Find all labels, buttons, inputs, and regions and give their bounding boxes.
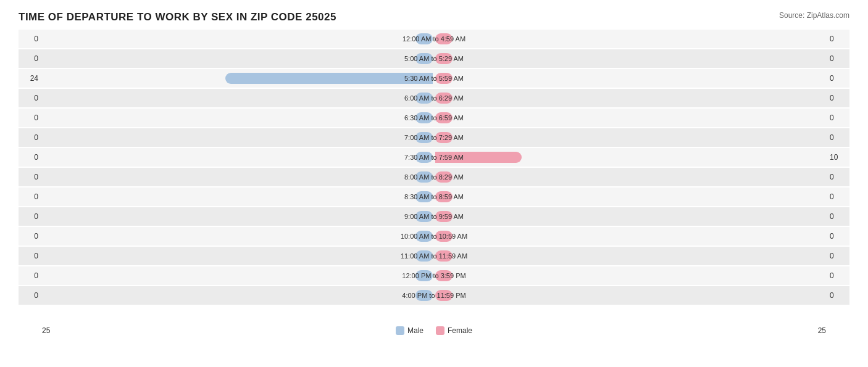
left-value: 0 — [19, 212, 42, 221]
bars-center: 9:00 AM to 9:59 AM — [42, 211, 826, 222]
left-value: 0 — [19, 291, 42, 300]
female-bar-wrap — [434, 290, 826, 301]
left-value: 24 — [19, 74, 42, 83]
chart-row: 0 12:00 PM to 3:59 PM 0 — [19, 266, 849, 285]
chart-row: 0 9:00 AM to 9:59 AM 0 — [19, 207, 849, 226]
bars-center: 12:00 AM to 4:59 AM — [42, 33, 826, 44]
female-bar — [435, 132, 453, 143]
right-value: 0 — [826, 271, 849, 280]
female-bar — [435, 33, 453, 44]
male-label: Male — [407, 326, 424, 335]
left-value: 0 — [19, 54, 42, 63]
male-bar — [415, 171, 433, 183]
left-value: 0 — [19, 271, 42, 280]
chart-container: TIME OF DEPARTURE TO WORK BY SEX IN ZIP … — [0, 0, 868, 367]
female-bar-wrap — [434, 132, 826, 143]
bars-center: 10:00 AM to 10:59 AM — [42, 231, 826, 242]
male-bar-wrap — [42, 152, 434, 163]
female-bar — [435, 290, 453, 301]
bars-center: 4:00 PM to 11:59 PM — [42, 290, 826, 301]
right-value: 0 — [826, 212, 849, 221]
bars-center: 12:00 PM to 3:59 PM — [42, 270, 826, 281]
female-bar-wrap — [434, 191, 826, 202]
right-value: 0 — [826, 133, 849, 142]
male-bar — [415, 290, 433, 301]
female-bar — [435, 171, 453, 183]
female-bar — [435, 53, 453, 64]
female-bar — [435, 270, 453, 281]
female-bar — [435, 231, 453, 242]
male-bar-wrap — [42, 290, 434, 301]
bars-center: 6:30 AM to 6:59 AM — [42, 112, 826, 123]
right-value: 0 — [826, 291, 849, 300]
chart-row: 0 6:30 AM to 6:59 AM 0 — [19, 109, 849, 127]
female-bar-wrap — [434, 211, 826, 222]
right-value: 10 — [826, 153, 849, 162]
chart-row: 0 8:00 AM to 8:29 AM 0 — [19, 168, 849, 186]
female-bar-wrap — [434, 33, 826, 44]
bars-center: 7:00 AM to 7:29 AM — [42, 132, 826, 143]
female-bar-wrap — [434, 152, 826, 163]
male-bar — [415, 33, 433, 44]
female-swatch — [436, 326, 444, 335]
male-bar-wrap — [42, 211, 434, 222]
male-bar-wrap — [42, 112, 434, 123]
male-bar — [415, 132, 433, 143]
chart-area: 0 12:00 AM to 4:59 AM 0 0 5:00 AM to 5:2… — [19, 30, 849, 324]
male-bar — [415, 53, 433, 64]
chart-row: 0 11:00 AM to 11:59 AM 0 — [19, 247, 849, 265]
right-value: 0 — [826, 232, 849, 241]
female-bar — [435, 93, 453, 104]
bars-center: 5:00 AM to 5:29 AM — [42, 53, 826, 64]
female-bar-wrap — [434, 53, 826, 64]
female-bar-wrap — [434, 171, 826, 183]
legend-center: Male Female — [396, 326, 472, 335]
female-bar-wrap — [434, 231, 826, 242]
left-value: 0 — [19, 133, 42, 142]
legend-right-value: 25 — [818, 326, 826, 335]
female-bar-wrap — [434, 250, 826, 262]
left-value: 0 — [19, 35, 42, 43]
male-bar-wrap — [42, 132, 434, 143]
male-bar — [415, 152, 433, 163]
left-value: 0 — [19, 94, 42, 102]
right-value: 0 — [826, 74, 849, 83]
male-bar — [415, 211, 433, 222]
female-bar-wrap — [434, 73, 826, 84]
male-bar-wrap — [42, 73, 434, 84]
chart-row: 0 8:30 AM to 8:59 AM 0 — [19, 188, 849, 206]
legend-male: Male — [396, 326, 424, 335]
right-value: 0 — [826, 54, 849, 63]
chart-row: 24 5:30 AM to 5:59 AM 0 — [19, 69, 849, 88]
female-bar — [435, 211, 453, 222]
chart-row: 0 4:00 PM to 11:59 PM 0 — [19, 286, 849, 305]
left-value: 0 — [19, 232, 42, 241]
right-value: 0 — [826, 173, 849, 181]
female-bar — [435, 152, 522, 163]
right-value: 0 — [826, 94, 849, 102]
male-bar-wrap — [42, 191, 434, 202]
male-bar — [415, 191, 433, 202]
chart-row: 0 7:00 AM to 7:29 AM 0 — [19, 128, 849, 147]
chart-row: 0 6:00 AM to 6:29 AM 0 — [19, 89, 849, 107]
female-bar-wrap — [434, 93, 826, 104]
bars-center: 11:00 AM to 11:59 AM — [42, 250, 826, 262]
female-bar-wrap — [434, 270, 826, 281]
left-value: 0 — [19, 252, 42, 260]
left-value: 0 — [19, 113, 42, 122]
chart-row: 0 10:00 AM to 10:59 AM 0 — [19, 227, 849, 245]
male-bar-wrap — [42, 270, 434, 281]
male-bar-wrap — [42, 250, 434, 262]
right-value: 0 — [826, 113, 849, 122]
male-bar — [225, 73, 433, 84]
female-label: Female — [448, 326, 472, 335]
female-bar — [435, 191, 453, 202]
female-bar — [435, 250, 453, 262]
bars-center: 8:00 AM to 8:29 AM — [42, 171, 826, 183]
female-bar — [435, 73, 453, 84]
legend-female: Female — [436, 326, 472, 335]
left-value: 0 — [19, 192, 42, 201]
bars-center: 6:00 AM to 6:29 AM — [42, 93, 826, 104]
left-value: 0 — [19, 173, 42, 181]
male-swatch — [396, 326, 404, 335]
